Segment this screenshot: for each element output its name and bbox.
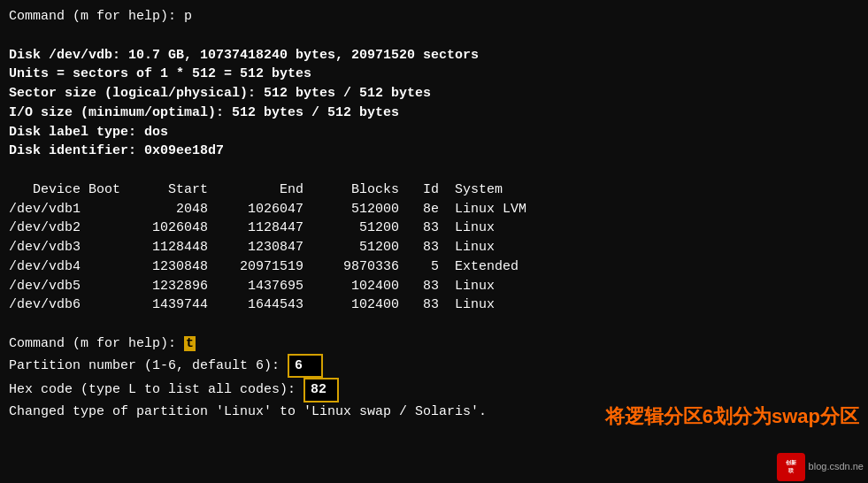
vdb2-row: /dev/vdb2 1026048 1128447 51200 83 Linux [9, 218, 859, 238]
partition-value: 6 [288, 354, 323, 379]
units-line: Units = sectors of 1 * 512 = 512 bytes [9, 65, 859, 84]
empty-1 [9, 27, 859, 46]
svg-rect-0 [779, 455, 803, 479]
hex-line: Hex code (type L to list all codes): 82 [9, 378, 859, 402]
svg-text:联: 联 [787, 467, 795, 473]
svg-text:创新: 创新 [785, 459, 797, 465]
vdb1-row: /dev/vdb1 2048 1026047 512000 8e Linux L… [9, 200, 859, 219]
terminal-window: Command (m for help): p Disk /dev/vdb: 1… [0, 0, 868, 483]
watermark-url: blog.csdn.ne [809, 460, 864, 474]
vdb4-row: /dev/vdb4 1230848 20971519 9870336 5 Ext… [9, 257, 859, 277]
watermark-logo: 创新 联 [777, 453, 805, 481]
annotation-text: 将逻辑分区6划分为swap分区 [605, 404, 859, 430]
empty-2 [9, 161, 859, 180]
partition-prefix: Partition number (1-6, default 6): [9, 358, 288, 373]
io-size-line: I/O size (minimum/optimal): 512 bytes / … [9, 104, 859, 123]
hex-value: 82 [303, 378, 339, 402]
cmd2-t-highlight: t [184, 336, 196, 351]
disk-info-line: Disk /dev/vdb: 10.7 GB, 10737418240 byte… [9, 46, 859, 65]
disk-label-line: Disk label type: dos [9, 123, 859, 142]
empty-3 [9, 315, 859, 334]
vdb5-row: /dev/vdb5 1232896 1437695 102400 83 Linu… [9, 277, 859, 296]
cmd-line-2: Command (m for help): t [9, 334, 859, 354]
cmd2-prefix: Command (m for help): [9, 336, 184, 351]
watermark: 创新 联 blog.csdn.ne [777, 453, 864, 481]
table-header: Device Boot Start End Blocks Id System [9, 180, 859, 200]
disk-id-line: Disk identifier: 0x09ee18d7 [9, 142, 859, 161]
sector-size-line: Sector size (logical/physical): 512 byte… [9, 84, 859, 104]
hex-prefix: Hex code (type L to list all codes): [9, 382, 303, 397]
vdb3-row: /dev/vdb3 1128448 1230847 51200 83 Linux [9, 238, 859, 257]
cmd-line-1: Command (m for help): p [9, 7, 859, 27]
logo-icon: 创新 联 [779, 455, 803, 479]
vdb6-row: /dev/vdb6 1439744 1644543 102400 83 Linu… [9, 295, 859, 315]
partition-line: Partition number (1-6, default 6): 6 [9, 354, 859, 379]
